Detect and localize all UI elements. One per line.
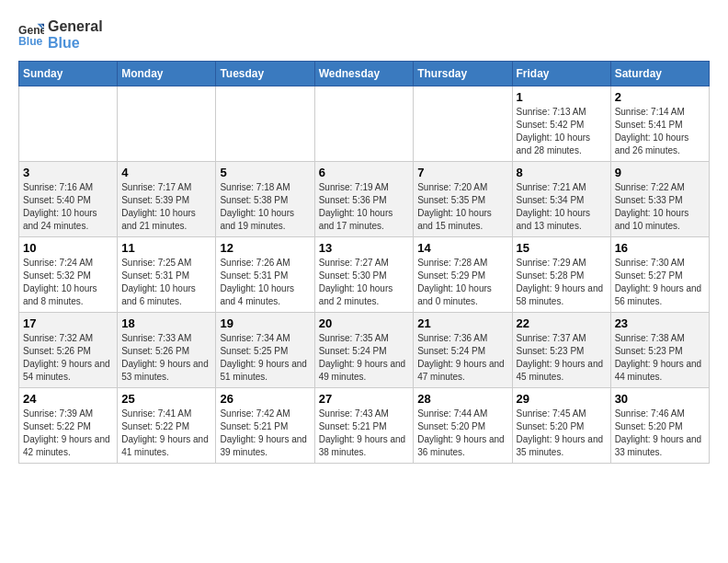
calendar-cell: 16Sunrise: 7:30 AM Sunset: 5:27 PM Dayli…	[610, 237, 709, 313]
calendar-cell: 18Sunrise: 7:33 AM Sunset: 5:26 PM Dayli…	[118, 313, 216, 388]
day-info: Sunrise: 7:34 AM Sunset: 5:25 PM Dayligh…	[220, 332, 310, 384]
day-number: 7	[417, 166, 507, 179]
calendar-cell: 14Sunrise: 7:28 AM Sunset: 5:29 PM Dayli…	[414, 237, 512, 313]
day-number: 22	[517, 316, 607, 330]
day-info: Sunrise: 7:18 AM Sunset: 5:38 PM Dayligh…	[220, 181, 310, 233]
day-number: 20	[319, 316, 410, 330]
day-info: Sunrise: 7:19 AM Sunset: 5:36 PM Dayligh…	[319, 181, 410, 233]
calendar-cell: 23Sunrise: 7:38 AM Sunset: 5:23 PM Dayli…	[610, 313, 709, 388]
day-number: 11	[121, 241, 211, 255]
day-number: 4	[121, 166, 211, 179]
day-info: Sunrise: 7:28 AM Sunset: 5:29 PM Dayligh…	[417, 257, 507, 308]
calendar-cell: 24Sunrise: 7:39 AM Sunset: 5:22 PM Dayli…	[19, 388, 118, 464]
day-info: Sunrise: 7:43 AM Sunset: 5:21 PM Dayligh…	[319, 408, 410, 459]
day-info: Sunrise: 7:17 AM Sunset: 5:39 PM Dayligh…	[121, 181, 211, 233]
day-number: 28	[417, 392, 507, 406]
day-number: 16	[615, 241, 705, 255]
calendar-cell: 1Sunrise: 7:13 AM Sunset: 5:42 PM Daylig…	[512, 86, 610, 162]
calendar-week-row: 10Sunrise: 7:24 AM Sunset: 5:32 PM Dayli…	[19, 237, 710, 313]
weekday-header-thursday: Thursday	[414, 62, 512, 86]
day-info: Sunrise: 7:39 AM Sunset: 5:22 PM Dayligh…	[23, 408, 113, 459]
calendar-cell: 9Sunrise: 7:22 AM Sunset: 5:33 PM Daylig…	[610, 162, 709, 237]
day-number: 24	[23, 392, 113, 406]
day-info: Sunrise: 7:42 AM Sunset: 5:21 PM Dayligh…	[220, 408, 310, 459]
calendar-cell: 28Sunrise: 7:44 AM Sunset: 5:20 PM Dayli…	[414, 388, 512, 464]
day-number: 17	[23, 316, 113, 330]
calendar-week-row: 24Sunrise: 7:39 AM Sunset: 5:22 PM Dayli…	[19, 388, 710, 464]
day-number: 12	[220, 241, 310, 255]
day-info: Sunrise: 7:24 AM Sunset: 5:32 PM Dayligh…	[23, 257, 113, 308]
calendar-cell: 11Sunrise: 7:25 AM Sunset: 5:31 PM Dayli…	[118, 237, 216, 313]
logo-text-general: General	[48, 18, 103, 34]
calendar-cell: 15Sunrise: 7:29 AM Sunset: 5:28 PM Dayli…	[512, 237, 610, 313]
calendar-cell: 29Sunrise: 7:45 AM Sunset: 5:20 PM Dayli…	[512, 388, 610, 464]
day-info: Sunrise: 7:45 AM Sunset: 5:20 PM Dayligh…	[517, 408, 607, 459]
weekday-header-monday: Monday	[118, 62, 216, 86]
calendar-cell: 4Sunrise: 7:17 AM Sunset: 5:39 PM Daylig…	[118, 162, 216, 237]
day-info: Sunrise: 7:37 AM Sunset: 5:23 PM Dayligh…	[517, 332, 607, 384]
day-info: Sunrise: 7:32 AM Sunset: 5:26 PM Dayligh…	[23, 332, 113, 384]
day-info: Sunrise: 7:16 AM Sunset: 5:40 PM Dayligh…	[23, 181, 113, 233]
day-info: Sunrise: 7:30 AM Sunset: 5:27 PM Dayligh…	[615, 257, 705, 308]
day-info: Sunrise: 7:14 AM Sunset: 5:41 PM Dayligh…	[615, 106, 705, 157]
calendar-cell: 8Sunrise: 7:21 AM Sunset: 5:34 PM Daylig…	[512, 162, 610, 237]
day-number: 23	[615, 316, 705, 330]
day-number: 6	[319, 166, 410, 179]
day-info: Sunrise: 7:26 AM Sunset: 5:31 PM Dayligh…	[220, 257, 310, 308]
day-number: 10	[23, 241, 113, 255]
day-number: 30	[615, 392, 705, 406]
calendar-week-row: 17Sunrise: 7:32 AM Sunset: 5:26 PM Dayli…	[19, 313, 710, 388]
calendar-cell: 27Sunrise: 7:43 AM Sunset: 5:21 PM Dayli…	[314, 388, 414, 464]
day-number: 5	[220, 166, 310, 179]
day-number: 29	[517, 392, 607, 406]
page-header: General Blue General Blue	[18, 18, 710, 52]
day-info: Sunrise: 7:13 AM Sunset: 5:42 PM Dayligh…	[517, 106, 607, 157]
calendar-cell: 2Sunrise: 7:14 AM Sunset: 5:41 PM Daylig…	[610, 86, 709, 162]
calendar-cell: 22Sunrise: 7:37 AM Sunset: 5:23 PM Dayli…	[512, 313, 610, 388]
svg-text:Blue: Blue	[18, 35, 43, 48]
day-info: Sunrise: 7:38 AM Sunset: 5:23 PM Dayligh…	[615, 332, 705, 384]
calendar-cell: 19Sunrise: 7:34 AM Sunset: 5:25 PM Dayli…	[216, 313, 314, 388]
day-info: Sunrise: 7:33 AM Sunset: 5:26 PM Dayligh…	[121, 332, 211, 384]
day-info: Sunrise: 7:20 AM Sunset: 5:35 PM Dayligh…	[417, 181, 507, 233]
calendar-cell	[19, 86, 118, 162]
day-info: Sunrise: 7:44 AM Sunset: 5:20 PM Dayligh…	[417, 408, 507, 459]
logo: General Blue General Blue	[18, 18, 103, 52]
weekday-header-sunday: Sunday	[19, 62, 118, 86]
calendar-week-row: 3Sunrise: 7:16 AM Sunset: 5:40 PM Daylig…	[19, 162, 710, 237]
calendar-table: SundayMondayTuesdayWednesdayThursdayFrid…	[18, 61, 710, 464]
day-info: Sunrise: 7:25 AM Sunset: 5:31 PM Dayligh…	[121, 257, 211, 308]
calendar-cell	[118, 86, 216, 162]
logo-icon: General Blue	[18, 22, 44, 48]
calendar-cell: 30Sunrise: 7:46 AM Sunset: 5:20 PM Dayli…	[610, 388, 709, 464]
calendar-cell: 10Sunrise: 7:24 AM Sunset: 5:32 PM Dayli…	[19, 237, 118, 313]
calendar-cell: 12Sunrise: 7:26 AM Sunset: 5:31 PM Dayli…	[216, 237, 314, 313]
weekday-header-friday: Friday	[512, 62, 610, 86]
calendar-cell: 25Sunrise: 7:41 AM Sunset: 5:22 PM Dayli…	[118, 388, 216, 464]
calendar-header-row: SundayMondayTuesdayWednesdayThursdayFrid…	[19, 62, 710, 86]
day-info: Sunrise: 7:41 AM Sunset: 5:22 PM Dayligh…	[121, 408, 211, 459]
day-number: 19	[220, 316, 310, 330]
day-number: 15	[517, 241, 607, 255]
weekday-header-tuesday: Tuesday	[216, 62, 314, 86]
day-number: 1	[517, 90, 607, 104]
day-info: Sunrise: 7:46 AM Sunset: 5:20 PM Dayligh…	[615, 408, 705, 459]
weekday-header-saturday: Saturday	[610, 62, 709, 86]
day-number: 3	[23, 166, 113, 179]
day-number: 8	[517, 166, 607, 179]
day-number: 9	[615, 166, 705, 179]
calendar-cell: 13Sunrise: 7:27 AM Sunset: 5:30 PM Dayli…	[314, 237, 414, 313]
calendar-cell: 20Sunrise: 7:35 AM Sunset: 5:24 PM Dayli…	[314, 313, 414, 388]
day-number: 18	[121, 316, 211, 330]
calendar-cell: 3Sunrise: 7:16 AM Sunset: 5:40 PM Daylig…	[19, 162, 118, 237]
day-info: Sunrise: 7:27 AM Sunset: 5:30 PM Dayligh…	[319, 257, 410, 308]
calendar-week-row: 1Sunrise: 7:13 AM Sunset: 5:42 PM Daylig…	[19, 86, 710, 162]
day-number: 2	[615, 90, 705, 104]
day-number: 27	[319, 392, 410, 406]
calendar-cell	[314, 86, 414, 162]
day-info: Sunrise: 7:22 AM Sunset: 5:33 PM Dayligh…	[615, 181, 705, 233]
day-info: Sunrise: 7:36 AM Sunset: 5:24 PM Dayligh…	[417, 332, 507, 384]
day-number: 14	[417, 241, 507, 255]
calendar-cell: 17Sunrise: 7:32 AM Sunset: 5:26 PM Dayli…	[19, 313, 118, 388]
weekday-header-wednesday: Wednesday	[314, 62, 414, 86]
